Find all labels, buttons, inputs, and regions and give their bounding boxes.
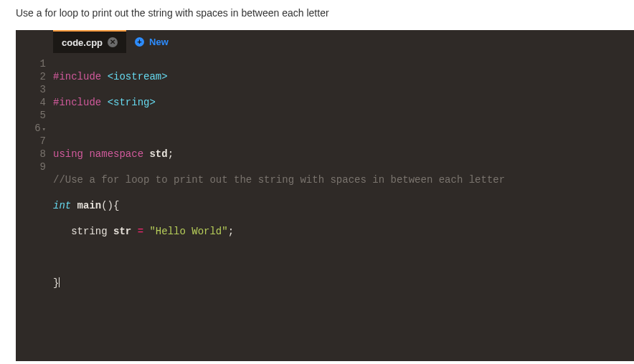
instruction-text: Use a for loop to print out the string w…	[0, 0, 634, 30]
tab-new-label: New	[149, 37, 169, 47]
code-line: }	[53, 277, 505, 289]
line-number: 5	[16, 109, 46, 122]
code-content[interactable]: #include <iostream> #include <string> us…	[53, 53, 505, 361]
fold-icon[interactable]: ▾	[42, 126, 46, 133]
line-number: 9	[16, 161, 46, 173]
code-line: string str = "Hello World";	[53, 225, 505, 238]
plus-icon: +	[135, 37, 144, 47]
close-icon[interactable]: ✕	[108, 37, 118, 47]
tab-code-cpp[interactable]: code.cpp ✕	[53, 30, 126, 53]
code-line: using namespace std;	[53, 148, 505, 161]
tab-bar: code.cpp ✕ + New	[16, 30, 634, 53]
text-cursor	[59, 277, 60, 287]
code-line: #include <iostream>	[53, 70, 505, 83]
line-number: 8	[16, 148, 46, 161]
tab-label: code.cpp	[62, 37, 103, 48]
line-number: 6▾	[16, 122, 46, 135]
tab-new[interactable]: + New	[126, 30, 177, 53]
code-line: int main(){	[53, 199, 505, 212]
code-line: //Use a for loop to print out the string…	[53, 173, 505, 186]
code-line	[53, 251, 505, 264]
line-number: 4	[16, 96, 46, 109]
line-number-gutter: 1 2 3 4 5 6▾ 7 8 9	[16, 53, 53, 361]
line-number: 3	[16, 83, 46, 96]
code-editor: code.cpp ✕ + New 1 2 3 4 5 6▾ 7 8 9 #inc…	[16, 30, 634, 361]
code-area[interactable]: 1 2 3 4 5 6▾ 7 8 9 #include <iostream> #…	[16, 53, 634, 361]
line-number: 7	[16, 135, 46, 148]
line-number: 1	[16, 57, 46, 70]
code-line	[53, 122, 505, 135]
code-line: #include <string>	[53, 96, 505, 109]
line-number: 2	[16, 70, 46, 83]
